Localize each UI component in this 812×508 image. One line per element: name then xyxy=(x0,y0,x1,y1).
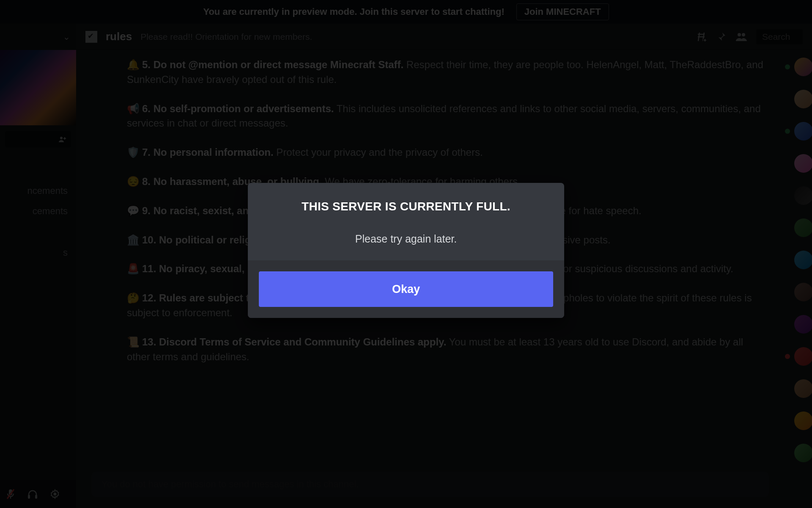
server-full-modal: THIS SERVER IS CURRENTLY FULL. Please tr… xyxy=(248,183,564,318)
modal-okay-button[interactable]: Okay xyxy=(259,271,553,307)
modal-overlay[interactable]: THIS SERVER IS CURRENTLY FULL. Please tr… xyxy=(0,0,812,508)
modal-title: THIS SERVER IS CURRENTLY FULL. xyxy=(263,200,549,213)
modal-message: Please try again later. xyxy=(263,233,549,245)
